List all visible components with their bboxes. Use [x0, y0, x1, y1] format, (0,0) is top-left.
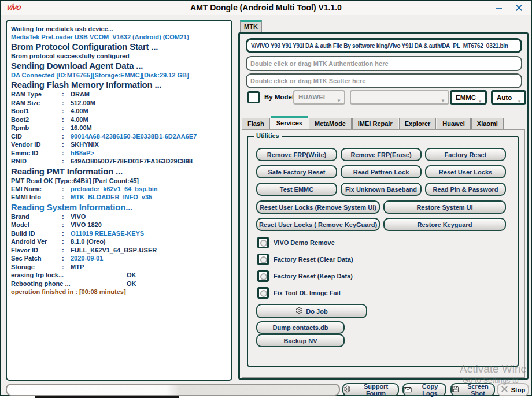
log-line: operation finished in : [00:08 minutes]: [11, 288, 229, 296]
log-line: Brom protocol successfully configured: [11, 52, 229, 60]
utilities-group: Utilities Remove FRP(Write) Remove FRP(E…: [247, 136, 519, 367]
log-line: erasing frp lock...OK: [11, 271, 229, 280]
log-line: DA Connected [ID:MT6765][Storage:EMMC][D…: [11, 71, 229, 79]
log-line: PMT Read OK [Type:64Bit] [Part Count:45]: [11, 177, 229, 185]
log-line: Boot1:4.00M: [11, 107, 229, 116]
brand-select[interactable]: HUAWEI ▼: [293, 90, 345, 105]
log-line: Reading PMT Information ...: [11, 166, 229, 177]
taskbar-edge: [35, 396, 179, 398]
factory-reset-button[interactable]: Factory Reset: [425, 148, 506, 161]
tab-strip: Flash Services MetaMode IMEI Repair Expl…: [242, 117, 504, 129]
log-line: Brand:VIVO: [11, 213, 229, 221]
tab-imei-repair[interactable]: IMEI Repair: [352, 118, 398, 129]
log-line: CID:90014A68-42386150-3E0338B1-6D2AA6E7: [11, 132, 229, 141]
model-select[interactable]: ▼: [350, 90, 449, 105]
log-line: Android Ver:8.1.0 (Oreo): [11, 237, 229, 246]
log-line: Emmc ID:hB8aP>: [11, 149, 229, 158]
log-line: Storage:MTP: [11, 263, 229, 271]
log-line: Flavor ID:FULL_K62V1_64_BSP-USER: [11, 246, 229, 255]
reset-user-locks-button[interactable]: Reset User Locks: [425, 165, 506, 178]
fix-tool-dl-image-fail-checkbox[interactable]: [257, 287, 269, 299]
app-title: AMT Dongle (Android Multi Tool) V1.1.0: [1, 3, 531, 12]
screenshot-button[interactable]: Screen Shot: [450, 383, 495, 396]
vivo-demo-remove-checkbox[interactable]: [257, 237, 269, 248]
by-model-checkbox[interactable]: [247, 91, 260, 103]
tab-xiaomi[interactable]: Xiaomi: [471, 118, 504, 129]
scatter-file-input[interactable]: [246, 73, 522, 88]
test-emmc-button[interactable]: Test EMMC: [256, 183, 337, 196]
do-job-button[interactable]: Do Job: [256, 304, 367, 318]
tab-metamode[interactable]: MetaMode: [309, 118, 352, 129]
gear-icon: [343, 385, 351, 394]
activate-windows-watermark-subtext: Go to Settings to: [463, 376, 519, 385]
close-button[interactable]: [512, 3, 525, 14]
dump-contacts-button[interactable]: Dump contacts.db: [256, 321, 345, 334]
tab-flash[interactable]: Flash: [242, 118, 270, 129]
minimize-button[interactable]: [493, 3, 505, 14]
fix-tool-dl-image-fail-label: Fix Tool DL Image Fail: [274, 289, 341, 296]
auth-file-input[interactable]: [246, 56, 522, 71]
log-line: MediaTek PreLoader USB VCOM_V1632 (Andro…: [11, 33, 229, 41]
tab-explorer[interactable]: Explorer: [399, 118, 437, 129]
envelope-icon: [404, 386, 412, 394]
progress-bar: [6, 384, 340, 396]
remove-frp-write-button[interactable]: Remove FRP(Write): [256, 148, 337, 161]
chevron-down-icon: ▼: [441, 95, 445, 107]
da-file-input[interactable]: [246, 38, 522, 53]
by-model-label: By Model: [264, 94, 294, 101]
log-line: Rebooting phone ...OK: [11, 280, 229, 288]
factory-reset-clear-data-label: Factory Reset (Clear Data): [274, 256, 353, 263]
log-line: Model:VIVO 1820: [11, 221, 229, 229]
restore-system-ui-button[interactable]: Restore System UI: [383, 200, 506, 214]
read-pin-password-button[interactable]: Read Pin & Password: [425, 183, 506, 196]
copy-logs-button[interactable]: Copy Logs: [402, 383, 446, 396]
log-line: Vendor ID:SKHYNIX: [11, 140, 229, 149]
chevron-down-icon: ▼: [337, 95, 341, 107]
chevron-down-icon: ▼: [478, 96, 482, 107]
backup-nv-button[interactable]: Backup NV: [256, 334, 345, 347]
remove-frp-erase-button[interactable]: Remove FRP(Erase): [341, 148, 422, 161]
log-panel: Waiting for mediatek usb device... Media…: [6, 20, 232, 381]
log-line: RAM Type:DRAM: [11, 90, 229, 99]
log-line: Waiting for mediatek usb device...: [11, 25, 229, 33]
log-line: Reading Flash Memory Information ...: [11, 79, 229, 90]
support-forum-button[interactable]: Support Fourm: [342, 383, 399, 396]
log-line: RAM Size:512.00M: [11, 99, 229, 107]
floppy-disk-icon: [452, 385, 459, 394]
log-line: Reading System Information...: [11, 202, 229, 213]
stop-button[interactable]: Stop: [497, 383, 529, 396]
activate-windows-watermark: Activate Winc: [460, 363, 526, 375]
tab-services[interactable]: Services: [271, 116, 308, 129]
log-line: Sec Patch:2020-09-01: [11, 254, 229, 263]
factory-reset-clear-data-checkbox[interactable]: [257, 254, 269, 265]
log-line: Boot2:4.00M: [11, 116, 229, 124]
vivo-demo-remove-label: VIVO Demo Remove: [274, 239, 335, 246]
log-line: Build ID:O11019 RELEASE-KEYS: [11, 229, 229, 238]
title-bar: vivo AMT Dongle (Android Multi Tool) V1.…: [1, 1, 531, 15]
read-pattern-lock-button[interactable]: Read Pattren Lock: [341, 165, 422, 178]
mtk-panel: By Model HUAWEI ▼ ▼ EMMC ▼ Auto ▼ Flash …: [238, 32, 529, 380]
tab-mtk[interactable]: MTK: [240, 20, 262, 32]
chevron-down-icon: ▼: [517, 96, 522, 107]
log-line: EMMI Info:MTK_BLOADER_INFO_v35: [11, 193, 229, 202]
x-icon: [501, 385, 508, 394]
restore-keyguard-button[interactable]: Restore Keyguard: [383, 218, 506, 231]
mode-select[interactable]: Auto ▼: [491, 90, 526, 105]
close-icon: [515, 3, 523, 14]
storage-select[interactable]: EMMC ▼: [450, 90, 487, 105]
log-line: Sending Download Agent Data ...: [11, 60, 229, 71]
reset-user-locks-remove-keyguard-button[interactable]: Reset User Locks ( Remove KeyGuard): [256, 218, 380, 231]
log-line: RNID:649AD8050D7F78ED01F7FA163D29C898: [11, 157, 229, 166]
app-window: vivo AMT Dongle (Android Multi Tool) V1.…: [0, 0, 532, 396]
tab-huawei[interactable]: Huawei: [437, 118, 471, 129]
log-line: Brom Protocol Configuration Start ...: [11, 41, 229, 52]
utilities-group-label: Utilities: [254, 132, 282, 139]
reset-user-locks-remove-systemui-button[interactable]: Reset User Locks (Remove System UI): [256, 200, 380, 214]
factory-reset-keep-data-checkbox[interactable]: [257, 270, 269, 282]
safe-factory-reset-button[interactable]: Safe Factory Reset: [256, 165, 337, 178]
fix-unknown-baseband-button[interactable]: Fix Unknown Baseband: [341, 183, 422, 196]
services-tab-content: Utilities Remove FRP(Write) Remove FRP(E…: [242, 129, 525, 378]
log-line: Rpmb:16.00M: [11, 124, 229, 132]
minimize-icon: [495, 3, 503, 14]
gear-icon: [295, 307, 303, 315]
